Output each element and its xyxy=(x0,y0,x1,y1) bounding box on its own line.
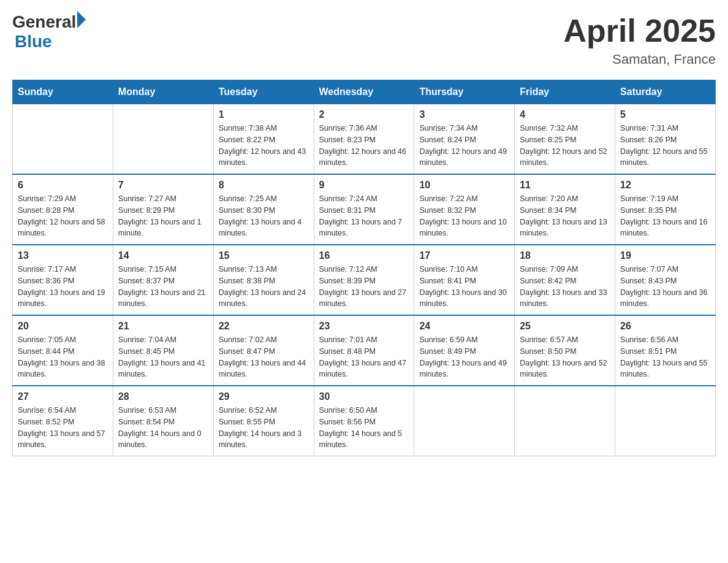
calendar-cell: 28Sunrise: 6:53 AMSunset: 8:54 PMDayligh… xyxy=(113,386,213,456)
day-info: Sunrise: 7:36 AMSunset: 8:23 PMDaylight:… xyxy=(319,123,409,169)
calendar-cell: 14Sunrise: 7:15 AMSunset: 8:37 PMDayligh… xyxy=(113,245,213,315)
calendar-cell: 20Sunrise: 7:05 AMSunset: 8:44 PMDayligh… xyxy=(13,315,113,386)
day-info: Sunrise: 7:34 AMSunset: 8:24 PMDaylight:… xyxy=(419,123,509,169)
day-info: Sunrise: 7:29 AMSunset: 8:28 PMDaylight:… xyxy=(18,193,108,239)
calendar-cell: 22Sunrise: 7:02 AMSunset: 8:47 PMDayligh… xyxy=(213,315,314,386)
calendar-cell: 25Sunrise: 6:57 AMSunset: 8:50 PMDayligh… xyxy=(515,315,615,386)
day-info: Sunrise: 7:04 AMSunset: 8:45 PMDaylight:… xyxy=(118,334,208,380)
calendar-week-row: 1Sunrise: 7:38 AMSunset: 8:22 PMDaylight… xyxy=(13,104,716,175)
page-header: General Blue April 2025 Samatan, France xyxy=(12,12,716,67)
day-info: Sunrise: 7:38 AMSunset: 8:22 PMDaylight:… xyxy=(219,123,309,169)
calendar-title: April 2025 xyxy=(563,12,716,49)
calendar-cell: 7Sunrise: 7:27 AMSunset: 8:29 PMDaylight… xyxy=(113,174,213,245)
day-info: Sunrise: 7:19 AMSunset: 8:35 PMDaylight:… xyxy=(620,193,710,239)
day-number: 6 xyxy=(18,180,108,191)
calendar-week-row: 20Sunrise: 7:05 AMSunset: 8:44 PMDayligh… xyxy=(13,315,716,386)
day-info: Sunrise: 7:10 AMSunset: 8:41 PMDaylight:… xyxy=(419,264,509,310)
day-number: 29 xyxy=(219,391,309,402)
day-info: Sunrise: 6:57 AMSunset: 8:50 PMDaylight:… xyxy=(520,334,610,380)
day-number: 10 xyxy=(419,180,509,191)
day-number: 7 xyxy=(118,180,208,191)
day-number: 17 xyxy=(419,250,509,261)
calendar-cell: 15Sunrise: 7:13 AMSunset: 8:38 PMDayligh… xyxy=(213,245,314,315)
day-info: Sunrise: 6:50 AMSunset: 8:56 PMDaylight:… xyxy=(319,405,409,451)
day-number: 27 xyxy=(18,391,108,402)
day-info: Sunrise: 7:24 AMSunset: 8:31 PMDaylight:… xyxy=(319,193,409,239)
day-info: Sunrise: 6:54 AMSunset: 8:52 PMDaylight:… xyxy=(18,405,108,451)
calendar-cell xyxy=(515,386,615,456)
calendar-week-row: 27Sunrise: 6:54 AMSunset: 8:52 PMDayligh… xyxy=(13,386,716,456)
day-info: Sunrise: 7:17 AMSunset: 8:36 PMDaylight:… xyxy=(18,264,108,310)
calendar-cell: 13Sunrise: 7:17 AMSunset: 8:36 PMDayligh… xyxy=(13,245,113,315)
day-number: 23 xyxy=(319,321,409,332)
calendar-cell xyxy=(615,386,716,456)
calendar-cell: 10Sunrise: 7:22 AMSunset: 8:32 PMDayligh… xyxy=(414,174,515,245)
logo-triangle-icon xyxy=(77,11,86,28)
calendar-cell: 30Sunrise: 6:50 AMSunset: 8:56 PMDayligh… xyxy=(314,386,414,456)
day-info: Sunrise: 7:12 AMSunset: 8:39 PMDaylight:… xyxy=(319,264,409,310)
day-info: Sunrise: 7:22 AMSunset: 8:32 PMDaylight:… xyxy=(419,193,509,239)
day-info: Sunrise: 6:59 AMSunset: 8:49 PMDaylight:… xyxy=(419,334,509,380)
day-number: 15 xyxy=(219,250,309,261)
weekday-header-row: SundayMondayTuesdayWednesdayThursdayFrid… xyxy=(13,80,716,104)
calendar-cell: 24Sunrise: 6:59 AMSunset: 8:49 PMDayligh… xyxy=(414,315,515,386)
calendar-week-row: 13Sunrise: 7:17 AMSunset: 8:36 PMDayligh… xyxy=(13,245,716,315)
day-number: 19 xyxy=(620,250,710,261)
calendar-cell: 27Sunrise: 6:54 AMSunset: 8:52 PMDayligh… xyxy=(13,386,113,456)
day-number: 26 xyxy=(620,321,710,332)
day-number: 1 xyxy=(219,109,309,120)
weekday-header-monday: Monday xyxy=(113,80,213,104)
day-info: Sunrise: 7:32 AMSunset: 8:25 PMDaylight:… xyxy=(520,123,610,169)
weekday-header-sunday: Sunday xyxy=(13,80,113,104)
day-number: 3 xyxy=(419,109,509,120)
day-number: 12 xyxy=(620,180,710,191)
calendar-cell: 4Sunrise: 7:32 AMSunset: 8:25 PMDaylight… xyxy=(515,104,615,175)
calendar-cell: 2Sunrise: 7:36 AMSunset: 8:23 PMDaylight… xyxy=(314,104,414,175)
calendar-subtitle: Samatan, France xyxy=(563,52,716,67)
day-info: Sunrise: 7:09 AMSunset: 8:42 PMDaylight:… xyxy=(520,264,610,310)
day-number: 28 xyxy=(118,391,208,402)
day-number: 24 xyxy=(419,321,509,332)
day-number: 30 xyxy=(319,391,409,402)
day-info: Sunrise: 7:31 AMSunset: 8:26 PMDaylight:… xyxy=(620,123,710,169)
day-info: Sunrise: 7:07 AMSunset: 8:43 PMDaylight:… xyxy=(620,264,710,310)
calendar-week-row: 6Sunrise: 7:29 AMSunset: 8:28 PMDaylight… xyxy=(13,174,716,245)
day-number: 8 xyxy=(219,180,309,191)
calendar-cell: 8Sunrise: 7:25 AMSunset: 8:30 PMDaylight… xyxy=(213,174,314,245)
day-number: 11 xyxy=(520,180,610,191)
day-number: 20 xyxy=(18,321,108,332)
day-number: 18 xyxy=(520,250,610,261)
calendar-cell: 6Sunrise: 7:29 AMSunset: 8:28 PMDaylight… xyxy=(13,174,113,245)
day-number: 22 xyxy=(219,321,309,332)
calendar-cell xyxy=(13,104,113,175)
weekday-header-thursday: Thursday xyxy=(414,80,515,104)
day-info: Sunrise: 7:13 AMSunset: 8:38 PMDaylight:… xyxy=(219,264,309,310)
day-number: 25 xyxy=(520,321,610,332)
calendar-cell xyxy=(414,386,515,456)
weekday-header-wednesday: Wednesday xyxy=(314,80,414,104)
day-info: Sunrise: 6:56 AMSunset: 8:51 PMDaylight:… xyxy=(620,334,710,380)
day-info: Sunrise: 7:20 AMSunset: 8:34 PMDaylight:… xyxy=(520,193,610,239)
title-section: April 2025 Samatan, France xyxy=(563,12,716,67)
calendar-cell: 21Sunrise: 7:04 AMSunset: 8:45 PMDayligh… xyxy=(113,315,213,386)
logo-blue: Blue xyxy=(15,32,86,52)
calendar-cell: 11Sunrise: 7:20 AMSunset: 8:34 PMDayligh… xyxy=(515,174,615,245)
day-number: 2 xyxy=(319,109,409,120)
day-info: Sunrise: 7:01 AMSunset: 8:48 PMDaylight:… xyxy=(319,334,409,380)
weekday-header-friday: Friday xyxy=(515,80,615,104)
day-number: 4 xyxy=(520,109,610,120)
calendar-cell: 5Sunrise: 7:31 AMSunset: 8:26 PMDaylight… xyxy=(615,104,716,175)
day-info: Sunrise: 6:52 AMSunset: 8:55 PMDaylight:… xyxy=(219,405,309,451)
calendar-cell: 29Sunrise: 6:52 AMSunset: 8:55 PMDayligh… xyxy=(213,386,314,456)
calendar-cell: 1Sunrise: 7:38 AMSunset: 8:22 PMDaylight… xyxy=(213,104,314,175)
day-info: Sunrise: 7:15 AMSunset: 8:37 PMDaylight:… xyxy=(118,264,208,310)
logo: General Blue xyxy=(12,12,86,52)
weekday-header-saturday: Saturday xyxy=(615,80,716,104)
day-info: Sunrise: 7:02 AMSunset: 8:47 PMDaylight:… xyxy=(219,334,309,380)
day-number: 21 xyxy=(118,321,208,332)
day-info: Sunrise: 7:27 AMSunset: 8:29 PMDaylight:… xyxy=(118,193,208,239)
calendar-cell: 17Sunrise: 7:10 AMSunset: 8:41 PMDayligh… xyxy=(414,245,515,315)
calendar-cell xyxy=(113,104,213,175)
calendar-cell: 12Sunrise: 7:19 AMSunset: 8:35 PMDayligh… xyxy=(615,174,716,245)
calendar-cell: 16Sunrise: 7:12 AMSunset: 8:39 PMDayligh… xyxy=(314,245,414,315)
